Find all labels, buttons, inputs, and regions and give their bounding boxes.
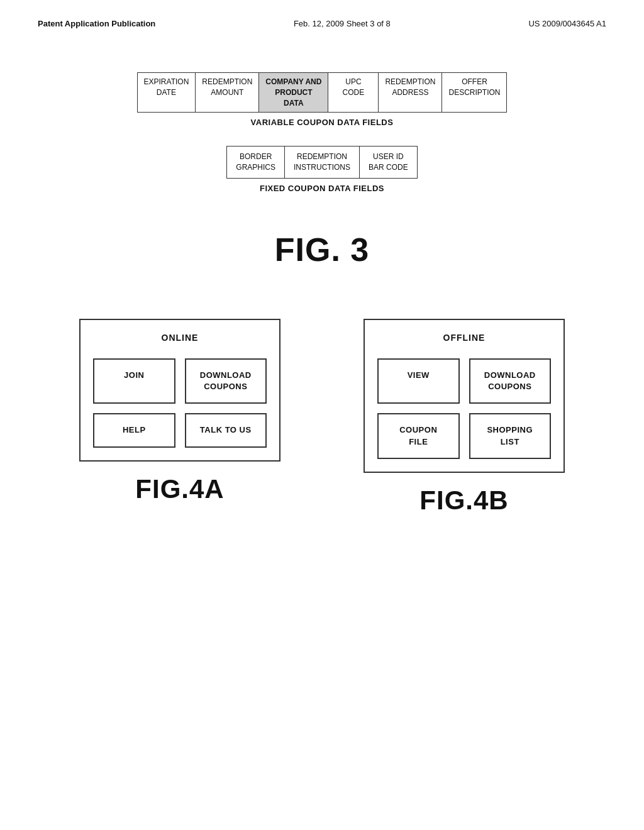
variable-coupon-table: EXPIRATIONDATE REDEMPTIONAMOUNT COMPANY … [137,72,508,113]
fig4-section: ONLINE JOIN DOWNLOADCOUPONS HELP TALK TO… [38,319,606,516]
table-cell-expiration: EXPIRATIONDATE [138,73,196,112]
fig3-section: EXPIRATIONDATE REDEMPTIONAMOUNT COMPANY … [38,72,606,306]
fixed-coupon-label: FIXED COUPON DATA FIELDS [260,184,384,193]
help-button[interactable]: HELP [93,413,175,447]
fig4b-container: OFFLINE VIEW DOWNLOADCOUPONS COUPONFILE … [364,319,565,473]
table-cell-company-product: COMPANY ANDPRODUCTDATA [259,73,328,112]
fig4b-subsection: OFFLINE VIEW DOWNLOADCOUPONS COUPONFILE … [364,319,565,516]
table-cell-redemption-address: REDEMPTIONADDRESS [379,73,442,112]
table-cell-user-id-barcode: USER IDBAR CODE [360,147,417,178]
coupon-file-button[interactable]: COUPONFILE [377,413,460,458]
shopping-list-button[interactable]: SHOPPINGLIST [469,413,552,458]
patent-header-right: US 2009/0043645 A1 [528,19,606,28]
patent-header-center: Feb. 12, 2009 Sheet 3 of 8 [294,19,391,28]
fig4b-grid: VIEW DOWNLOADCOUPONS COUPONFILE SHOPPING… [377,358,551,459]
patent-header: Patent Application Publication Feb. 12, … [38,13,606,47]
fig4a-grid: JOIN DOWNLOADCOUPONS HELP TALK TO US [93,358,267,448]
join-button[interactable]: JOIN [93,358,175,404]
table-cell-border-graphics: BORDERGRAPHICS [227,147,285,178]
talk-to-us-button[interactable]: TALK TO US [185,413,267,447]
fig4a-container: ONLINE JOIN DOWNLOADCOUPONS HELP TALK TO… [79,319,280,462]
table-cell-offer-description: OFFERDESCRIPTION [442,73,506,112]
table-cell-upc-code: UPCCODE [328,73,379,112]
fig4a-subsection: ONLINE JOIN DOWNLOADCOUPONS HELP TALK TO… [79,319,280,504]
fig4a-title: ONLINE [93,333,267,343]
download-coupons-button-4a[interactable]: DOWNLOADCOUPONS [185,358,267,404]
table-cell-redemption-amount: REDEMPTIONAMOUNT [196,73,259,112]
variable-coupon-label: VARIABLE COUPON DATA FIELDS [251,118,394,127]
fig3-label: FIG. 3 [275,231,369,268]
download-coupons-button-4b[interactable]: DOWNLOADCOUPONS [469,358,552,404]
fixed-coupon-table: BORDERGRAPHICS REDEMPTIONINSTRUCTIONS US… [226,146,417,179]
fig4b-label: FIG.4B [419,485,508,516]
view-button[interactable]: VIEW [377,358,460,404]
table-cell-redemption-instructions: REDEMPTIONINSTRUCTIONS [285,147,360,178]
fig4b-title: OFFLINE [377,333,551,343]
patent-header-left: Patent Application Publication [38,19,155,28]
fig4a-label: FIG.4A [135,474,224,504]
